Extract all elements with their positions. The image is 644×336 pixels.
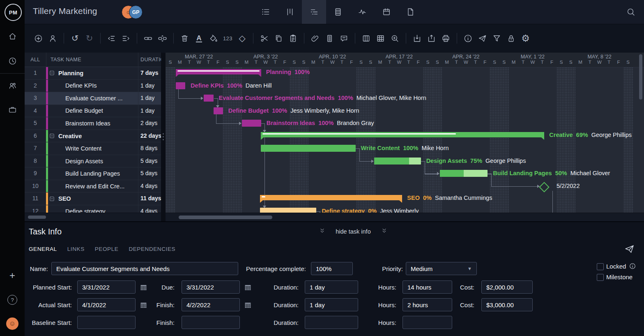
print-icon[interactable] (439, 24, 453, 52)
gantt-bar-define-kpis[interactable] (176, 82, 185, 89)
collapse-icon[interactable] (49, 70, 55, 76)
clock-icon[interactable] (0, 53, 25, 69)
cut-icon[interactable] (257, 24, 271, 52)
table-hscroll-thumb[interactable] (28, 216, 46, 219)
columns-icon[interactable] (359, 24, 373, 52)
table-row[interactable]: 8Design Assets5 days (25, 155, 161, 168)
due-input[interactable] (182, 280, 240, 294)
avatar-member-2[interactable]: GP (129, 5, 143, 19)
search-icon[interactable] (626, 7, 636, 19)
priority-select[interactable]: Medium ▼ (406, 262, 477, 275)
gantt-bar-evaluate-customer-segments-and-needs[interactable] (204, 95, 213, 102)
duration-header[interactable]: DURATION (138, 53, 161, 67)
task-name-input[interactable] (51, 262, 238, 275)
collapse-icon[interactable] (49, 133, 55, 139)
user-avatar[interactable]: ☺ (0, 315, 25, 332)
table-row[interactable]: 10Review and Edit Cre...4 days (25, 180, 161, 193)
tab-people[interactable]: PEOPLE (95, 246, 119, 252)
hours-input[interactable] (402, 316, 452, 329)
member-avatars[interactable]: ☺ GP (122, 5, 146, 19)
send-icon[interactable] (624, 243, 635, 256)
milestone-icon[interactable]: ◇ (235, 24, 249, 52)
view-doc-icon[interactable] (398, 0, 423, 24)
import-icon[interactable] (410, 24, 424, 52)
undo-icon[interactable]: ↺ (68, 24, 82, 52)
grid-icon[interactable] (373, 24, 388, 52)
tab-links[interactable]: LINKS (67, 246, 85, 252)
duration-input[interactable] (305, 316, 358, 329)
gantt-summary-bar-seo[interactable] (260, 195, 402, 200)
info-icon[interactable] (461, 24, 475, 52)
table-row[interactable]: 5Brainstorm Ideas2 days (25, 117, 161, 130)
zoom-in-icon[interactable] (388, 24, 402, 52)
view-gantt-icon[interactable] (302, 0, 326, 24)
info-icon[interactable] (629, 262, 636, 271)
lock-icon[interactable] (504, 24, 518, 52)
table-row[interactable]: 3Evaluate Customer ...1 day (25, 92, 161, 105)
plus-icon[interactable]: + (0, 267, 25, 284)
people-icon[interactable] (0, 77, 25, 94)
collapse-icon[interactable] (49, 196, 55, 202)
export-icon[interactable] (424, 24, 439, 52)
actual-start-input[interactable] (77, 298, 136, 311)
paste-icon[interactable] (286, 24, 300, 52)
view-activity-icon[interactable] (350, 0, 375, 24)
briefcase-icon[interactable] (0, 101, 25, 118)
gantt-vscroll-thumb[interactable] (639, 54, 642, 100)
hours-input[interactable] (402, 280, 452, 294)
view-calendar-icon[interactable] (374, 0, 398, 24)
gantt-bar-write-content[interactable] (261, 145, 356, 152)
gantt-summary-bar-planning[interactable] (176, 69, 261, 74)
indent-icon[interactable] (119, 24, 133, 52)
attach-icon[interactable] (308, 24, 322, 52)
settings-icon[interactable]: ⚙ (518, 24, 533, 52)
filter-icon[interactable] (490, 24, 504, 52)
comment-icon[interactable] (337, 24, 351, 52)
table-row[interactable]: 2Define KPIs1 day (25, 80, 161, 93)
add-icon[interactable] (31, 24, 46, 52)
copy-icon[interactable] (271, 24, 286, 52)
gantt-summary-bar-creative[interactable] (261, 132, 545, 137)
outdent-icon[interactable] (104, 24, 119, 52)
gantt-milestone[interactable] (539, 182, 549, 192)
table-row[interactable]: 7Write Content8 days (25, 142, 161, 155)
table-gantt-splitter[interactable] (161, 53, 166, 221)
table-row[interactable]: 11SEO11 days (25, 192, 161, 205)
font-color-icon[interactable]: A (192, 24, 206, 52)
baseline-start-input[interactable] (77, 316, 136, 329)
notes-icon[interactable] (322, 24, 337, 52)
view-columns-icon[interactable] (278, 0, 302, 24)
assign-icon[interactable] (46, 24, 60, 52)
table-row[interactable]: 1Planning7 days (25, 67, 161, 80)
link-icon[interactable] (141, 24, 155, 52)
gantt-bar-design-assets[interactable] (374, 158, 421, 165)
gantt-bar-brainstorm-ideas[interactable] (242, 120, 261, 127)
finish-input[interactable] (182, 298, 240, 311)
duration-input[interactable] (305, 298, 358, 311)
hours-input[interactable] (402, 298, 452, 311)
table-row[interactable]: 4Define Budget1 day (25, 105, 161, 118)
table-row[interactable]: 9Build Landing Pages5 days (25, 167, 161, 180)
cost-input[interactable] (481, 298, 533, 311)
calendar-icon[interactable] (243, 283, 252, 292)
percentage-complete-input[interactable] (311, 262, 353, 275)
gantt-bar-define-budget[interactable] (214, 107, 223, 114)
task-name-header[interactable]: TASK NAME (46, 53, 138, 67)
tab-general[interactable]: GENERAL (29, 246, 57, 252)
send-icon[interactable] (475, 24, 490, 52)
filter-all-header[interactable]: ALL (25, 53, 46, 67)
redo-icon[interactable]: ↻ (82, 24, 97, 52)
cost-input[interactable] (481, 280, 533, 294)
table-row[interactable]: 6Creative22 days (25, 130, 161, 143)
numbers-icon[interactable]: 123 (221, 24, 235, 52)
gantt-bar-build-landing-pages[interactable] (440, 170, 488, 177)
fill-color-icon[interactable] (206, 24, 221, 52)
unlink-icon[interactable] (155, 24, 170, 52)
gantt-hscroll-thumb[interactable] (179, 216, 272, 219)
home-icon[interactable] (0, 28, 25, 44)
help-icon[interactable]: ? (0, 292, 25, 308)
milestone-checkbox[interactable] (597, 274, 604, 281)
finish-input[interactable] (182, 316, 240, 329)
planned-start-input[interactable] (77, 280, 136, 294)
calendar-icon[interactable] (243, 300, 252, 309)
